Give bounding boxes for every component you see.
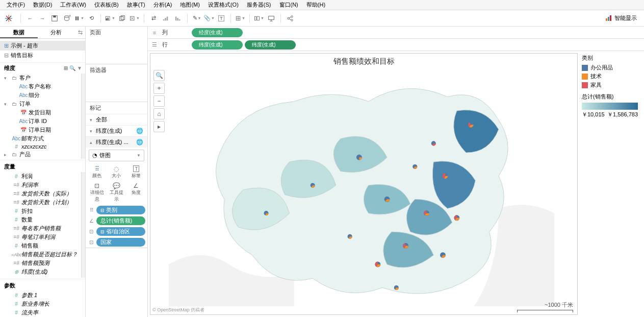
new-worksheet-button[interactable]: ▼ [105,13,115,23]
meas-sales-per-cust[interactable]: =#每名客户销售额 [0,224,81,233]
mark-tooltip[interactable]: 💬工具提示 [107,181,125,204]
meas-profit-ratio[interactable]: =#利润率 [0,181,81,189]
dim-xzc[interactable]: #xzcxzcxzc [0,143,81,150]
dim-scrollbar[interactable] [81,74,85,159]
mark-size[interactable]: ◌大小 [107,164,125,180]
refresh-button[interactable]: ⟲ [86,13,96,23]
svg-point-34 [291,19,293,21]
show-cards-button[interactable]: ▼ [254,13,264,23]
mark-detail[interactable]: ⊡详细信息 [88,181,106,204]
menu-analysis[interactable]: 分析(A) [149,0,176,10]
mark-angle[interactable]: ∠角度 [127,181,145,204]
sort-desc-button[interactable] [173,13,183,23]
param-1[interactable]: #参数 1 [0,291,85,300]
meas-ship-days-plan[interactable]: =#发货前天数（计划） [0,198,81,207]
datasource-supermarket[interactable]: ⊞ 示例 - 超市 [0,41,85,51]
menu-dashboard[interactable]: 仪表板(B) [90,0,123,10]
meas-over-target[interactable]: =Abc销售额是否超过目标？ [0,250,81,259]
connect-icon[interactable]: ⇆ [75,27,85,38]
pill-latitude-1[interactable]: 纬度(生成) [192,40,243,50]
meas-lon-gen[interactable]: ⊕经度(生成) [0,276,81,278]
mark-type-select[interactable]: ◔ 饼图 ▼ [89,150,144,161]
new-datasource-button[interactable]: + [62,13,72,23]
menu-help[interactable]: 帮助(H) [302,0,329,10]
dim-order-date[interactable]: 📅订单日期 [0,126,81,134]
dim-customer-folder[interactable]: ▾🗀客户 [0,74,81,82]
menu-data[interactable]: 数据(D) [29,0,56,10]
map-scale: ~1000 千米 [517,301,573,312]
sort-asc-button[interactable] [161,13,171,23]
pill-sum-sales[interactable]: 总计(销售额) [96,216,145,225]
back-button[interactable]: ← [25,13,35,23]
highlight-button[interactable]: ✎▼ [192,13,202,23]
mark-color[interactable]: ⠿颜色 [88,164,106,180]
menu-window[interactable]: 窗口(N) [275,0,302,10]
meas-sales[interactable]: #销售额 [0,241,81,250]
svg-rect-37 [606,18,607,21]
param-churn[interactable]: #流失率 [0,308,85,317]
menu-server[interactable]: 服务器(S) [243,0,275,10]
dropdown-icon[interactable]: ▼ [77,65,82,71]
gradient-bar[interactable] [582,103,638,110]
mark-label[interactable]: 🅃标签 [127,164,145,180]
presentation-button[interactable] [266,13,276,23]
param-new-growth[interactable]: #新业务增长 [0,300,85,308]
meas-sales-forecast[interactable]: =#销售额预测 [0,259,81,267]
meas-quantity[interactable]: #数量 [0,215,81,224]
menu-file[interactable]: 文件(F) [3,0,29,10]
dim-product-folder[interactable]: ▸🗀产品 [0,150,81,159]
legend-item-office[interactable]: 办公用品 [582,64,640,71]
swap-button[interactable]: ⇄ [148,13,159,23]
forward-button[interactable]: → [37,13,47,23]
duplicate-button[interactable] [117,13,127,23]
share-button[interactable] [285,13,295,23]
datasource-sales-target[interactable]: ⊟ 销售目标 [0,51,85,60]
meas-ship-days-actual[interactable]: =#发货前天数（实际） [0,189,81,198]
pill-category[interactable]: ⊟类别 [96,206,145,214]
legend-item-furniture[interactable]: 家具 [582,81,640,89]
label-icon: 🅃 [128,165,144,173]
marks-layer-lat2[interactable]: ▴纬度(生成) ...🌐 [86,136,147,148]
map-canvas[interactable] [150,69,577,306]
search-icon[interactable]: 🔍 [69,65,75,71]
view-as-icon[interactable]: ⊞ [64,65,68,71]
rows-shelf[interactable]: ☰ 行 纬度(生成) 纬度(生成) [148,39,644,51]
dim-order-folder[interactable]: ▾🗀订单 [0,100,81,108]
pill-country[interactable]: 国家 [96,238,145,247]
svg-line-36 [289,18,291,19]
filters-shelf[interactable] [86,76,147,102]
meas-lat-gen[interactable]: ⊕纬度(生成) [0,267,81,276]
meas-profit[interactable]: #利润 [0,172,81,181]
marks-layer-all[interactable]: ▾全部 [86,114,147,125]
legend-item-tech[interactable]: 技术 [582,72,640,80]
pause-button[interactable]: ▼ [74,13,84,23]
menu-format[interactable]: 设置格式(O) [204,0,243,10]
show-me-button[interactable]: 智能显示 [602,13,640,23]
pill-province[interactable]: ⊟省/自治区 [96,227,145,236]
meas-profit-per-order[interactable]: =#每笔订单利润 [0,233,81,241]
save-button[interactable] [49,13,60,23]
columns-shelf[interactable]: ≡ 列 经度(生成) [148,27,644,39]
tab-analysis[interactable]: 分析 [38,27,75,38]
group-button[interactable]: 📎▼ [204,13,214,23]
dim-order-id[interactable]: Abc订单 ID [0,117,81,126]
dim-ship-date[interactable]: 📅发货日期 [0,108,81,117]
label-button[interactable]: T [216,13,226,23]
pill-longitude[interactable]: 经度(生成) [192,28,243,37]
pill-latitude-2[interactable]: 纬度(生成) [245,40,296,50]
meas-discount[interactable]: #折扣 [0,207,81,215]
dim-segment[interactable]: Abc细分 [0,91,81,100]
shelf-column: 页面 筛选器 标记 ▾全部 ▾纬度(生成)🌐 ▴纬度(生成) ...🌐 ◔ 饼图… [86,27,148,317]
dim-ship-mode[interactable]: Abc邮寄方式 [0,134,81,143]
marks-layer-lat1[interactable]: ▾纬度(生成)🌐 [86,125,147,136]
viz-canvas[interactable]: 销售额绩效和目标 🔍 + − ⌂ ▸ [150,53,578,315]
dim-customer-name[interactable]: Abc客户名称 [0,82,81,91]
menu-worksheet[interactable]: 工作表(W) [56,0,90,10]
menu-story[interactable]: 故事(T) [123,0,149,10]
menu-map[interactable]: 地图(M) [176,0,204,10]
meas-scrollbar[interactable] [81,172,85,278]
pages-shelf[interactable] [86,38,147,64]
clear-button[interactable]: ▼ [130,13,140,23]
fit-button[interactable]: ▼ [235,13,245,23]
tab-data[interactable]: 数据 [0,27,38,38]
